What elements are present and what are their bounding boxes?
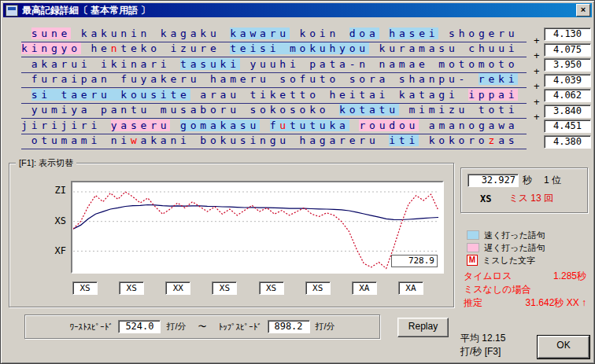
miss-symbol-swatch: M (467, 255, 478, 266)
y-axis-label-xf: XF (42, 245, 66, 256)
results-window: 最高記録詳細〔 基本常用語 〕 × sune kakunin kagaku ka… (0, 0, 595, 364)
nomiss-line: ミスなしの場合 (464, 283, 586, 296)
app-icon (6, 5, 18, 17)
worst-speed-label: ﾜｰｽﾄｽﾋﾟｰﾄﾞ (69, 322, 113, 332)
line-rank-8: XA (398, 281, 423, 295)
line-time: 3.840 (544, 105, 591, 118)
estimate-value: 31.642秒 XX ↑ (526, 296, 586, 310)
plus-sign: + (534, 80, 540, 92)
y-axis-label-zi: ZI (42, 185, 66, 196)
line-rank-1: XS (72, 281, 98, 295)
line-text: sune kakunin kagaku kawaru koin doa hase… (21, 27, 527, 42)
top-speed-label: ﾄｯﾌﾟｽﾋﾟｰﾄﾞ (219, 322, 262, 332)
plus-sign: + (534, 96, 540, 108)
line-time: 4.380 (544, 135, 591, 149)
line-text: akarui ikinari tasuki yuuhi pata-n namae… (21, 57, 527, 73)
worst-speed-unit: 打/分 (166, 321, 186, 333)
speed-graph: 728.9 (71, 181, 444, 274)
text-line: furaipan fuyakeru hameru sofuto sora sha… (21, 73, 591, 89)
timeloss-value: 1.285秒 (553, 270, 586, 283)
worst-speed-value: 524.0 (118, 320, 161, 333)
text-line: jirijiri yaseru gomakasu fututuka roudou… (21, 119, 591, 134)
place-label: 1 位 (544, 174, 561, 187)
word-lines: sune kakunin kagaku kawaru koin doa hase… (21, 27, 591, 149)
line-text: yumiya pantu musaboru sokosoko kotatu mi… (21, 103, 527, 119)
timeloss-label: タイムロス (464, 270, 512, 283)
legend-fast-label: 速く打った語句 (484, 230, 545, 241)
graph-groupbox-label: [F1]: 表示切替 (16, 157, 76, 169)
plus-sign: + (534, 50, 540, 61)
line-text: kingyo henteko izure teisi mokuhyou kura… (21, 42, 527, 57)
line-time: 4.075 (544, 43, 591, 57)
graph-groupbox: [F1]: 表示切替 ZI XS XF 728.9 XS XS XX XS XS… (9, 163, 454, 307)
legend-miss: M ミスした文字 (467, 254, 545, 267)
line-time: 4.039 (544, 74, 591, 87)
timeloss-line: タイムロス 1.285秒 (464, 270, 586, 283)
legend-fast: 速く打った語句 (467, 229, 545, 241)
line-rank-row: XS XS XX XS XS XS XA XA (72, 281, 423, 295)
miss-count: ミス 13 回 (508, 192, 553, 205)
legend-slow-label: 遅く打った語句 (484, 242, 545, 254)
text-line: yumiya pantu musaboru sokosoko kotatu mi… (21, 104, 591, 119)
plus-sign: + (534, 111, 540, 123)
line-text: otumami niwakani bokusingu hagareru iti … (21, 134, 527, 149)
line-text: furaipan fuyakeru hameru sofuto sora sha… (21, 72, 527, 88)
close-icon[interactable]: × (576, 4, 590, 17)
plus-sign: + (534, 35, 540, 46)
line-time: 4.130 (544, 28, 591, 41)
line-time: 4.451 (544, 119, 591, 133)
line-rank-2: XS (119, 281, 144, 295)
average-line2: 打/秒 [F3] (460, 345, 505, 358)
line-time: 3.950 (544, 58, 591, 72)
window-title: 最高記録詳細〔 基本常用語 〕 (22, 4, 576, 17)
total-time-row: 32.927 秒 1 位 (468, 174, 581, 187)
top-speed-value: 898.2 (268, 320, 310, 333)
legend-miss-label: ミスした文字 (482, 255, 535, 267)
line-text: jirijiri yaseru gomakasu fututuka roudou… (21, 119, 527, 134)
estimate-label: 推定 (464, 296, 482, 310)
line-rank-5: XS (259, 281, 284, 295)
total-time-unit: 秒 (523, 174, 532, 187)
line-text: si taeru kousite arau tiketto heitai kat… (21, 88, 527, 104)
plus-sign: + (534, 65, 540, 77)
slow-color-swatch (467, 243, 479, 252)
line-time: 4.062 (544, 89, 591, 102)
average-line1: 平均 12.15 (460, 332, 505, 345)
overall-rank: XS (480, 193, 491, 204)
replay-button[interactable]: Replay (397, 318, 449, 337)
rank-miss-row: XS ミス 13 回 (468, 192, 581, 205)
text-line: sune kakunin kagaku kawaru koin doa hase… (21, 27, 591, 42)
text-line: akarui ikinari tasuki yuuhi pata-n namae… (21, 57, 591, 73)
timeloss-block: タイムロス 1.285秒 ミスなしの場合 推定 31.642秒 XX ↑ (464, 270, 586, 310)
current-speed-value: 728.9 (391, 255, 438, 267)
top-speed-unit: 打/分 (316, 321, 335, 333)
title-bar: 最高記録詳細〔 基本常用語 〕 × (3, 3, 592, 17)
range-tilde: 〜 (198, 321, 207, 333)
average-speed-block: 平均 12.15 打/秒 [F3] (460, 332, 505, 358)
ok-button[interactable]: OK (538, 336, 589, 358)
estimate-line: 推定 31.642秒 XX ↑ (464, 296, 586, 310)
line-rank-4: XS (212, 281, 237, 295)
line-rank-6: XS (305, 281, 331, 295)
legend-slow: 遅く打った語句 (467, 241, 545, 254)
line-rank-7: XA (352, 281, 377, 295)
record-stats-panel: 32.927 秒 1 位 XS ミス 13 回 (460, 167, 588, 213)
text-line: otumami niwakani bokusingu hagareru iti … (21, 134, 591, 150)
y-axis-label-xs: XS (42, 215, 66, 226)
line-rank-3: XX (165, 281, 190, 295)
fast-color-swatch (467, 230, 479, 240)
speed-range-panel: ﾜｰｽﾄｽﾋﾟｰﾄﾞ 524.0 打/分 〜 ﾄｯﾌﾟｽﾋﾟｰﾄﾞ 898.2 … (24, 314, 380, 339)
highlight-legend: 速く打った語句 遅く打った語句 M ミスした文字 (467, 229, 545, 267)
text-line: kingyo henteko izure teisi mokuhyou kura… (21, 42, 591, 58)
total-time-value: 32.927 (468, 174, 519, 187)
speed-graph-svg (73, 183, 438, 270)
text-line: si taeru kousite arau tiketto heitai kat… (21, 88, 591, 104)
